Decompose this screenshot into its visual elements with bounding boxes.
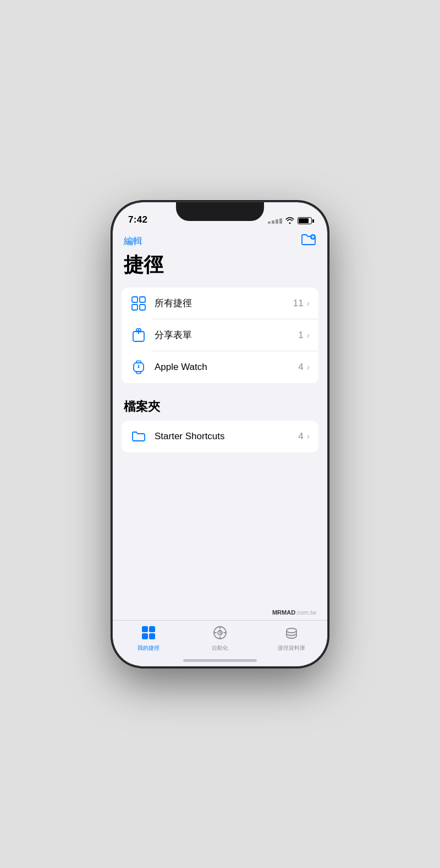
tab-my-shortcuts-label: 我的捷徑 — [138, 645, 160, 651]
nav-bar: 編輯 — [113, 229, 327, 252]
svg-rect-6 — [140, 305, 145, 310]
status-time: 7:42 — [128, 214, 147, 225]
watermark: MRMAD.com.tw — [113, 607, 327, 620]
folders-section: Starter Shortcuts 4 › — [122, 421, 318, 452]
apple-watch-chevron: › — [307, 362, 310, 372]
apple-watch-item[interactable]: Apple Watch 4 › — [122, 351, 318, 383]
svg-rect-5 — [132, 305, 138, 310]
all-shortcuts-count: 11 — [293, 298, 304, 309]
tab-automation[interactable]: 自動化 — [184, 625, 256, 651]
svg-rect-3 — [132, 297, 138, 302]
svg-rect-13 — [149, 633, 155, 639]
starter-shortcuts-count: 4 — [298, 431, 303, 442]
share-list-count: 1 — [298, 330, 303, 341]
spacer — [113, 463, 327, 607]
wifi-icon — [285, 217, 294, 225]
starter-shortcuts-label: Starter Shortcuts — [155, 431, 298, 442]
shortcuts-section: 所有捷徑 11 › 分享表單 1 — [122, 288, 318, 383]
all-shortcuts-chevron: › — [307, 298, 310, 308]
notch — [176, 202, 264, 221]
starter-shortcuts-icon — [130, 428, 147, 445]
share-list-item[interactable]: 分享表單 1 › — [122, 319, 318, 351]
tab-gallery-label: 捷徑資料庫 — [278, 645, 305, 651]
watermark-suffix: .com.tw — [295, 609, 316, 616]
tab-my-shortcuts[interactable]: 我的捷徑 — [113, 625, 184, 651]
battery-icon — [298, 217, 312, 224]
automation-tab-icon — [212, 625, 228, 643]
edit-button[interactable]: 編輯 — [124, 235, 142, 247]
share-list-icon — [130, 327, 147, 344]
svg-rect-10 — [142, 626, 148, 632]
svg-rect-11 — [149, 626, 155, 632]
app-content: 編輯 捷徑 — [113, 229, 327, 620]
tab-gallery[interactable]: 捷徑資料庫 — [256, 625, 327, 651]
tab-automation-label: 自動化 — [212, 645, 228, 651]
all-shortcuts-label: 所有捷徑 — [155, 297, 293, 309]
home-indicator — [183, 659, 257, 662]
starter-shortcuts-item[interactable]: Starter Shortcuts 4 › — [122, 421, 318, 452]
share-list-chevron: › — [307, 330, 310, 340]
apple-watch-label: Apple Watch — [155, 362, 298, 373]
apple-watch-icon — [130, 359, 147, 375]
phone-screen: 7:42 — [113, 202, 327, 666]
add-folder-button[interactable] — [301, 233, 316, 250]
svg-rect-12 — [142, 633, 148, 639]
page-title: 捷徑 — [113, 252, 327, 288]
my-shortcuts-tab-icon — [141, 625, 156, 643]
svg-point-16 — [287, 628, 296, 633]
gallery-tab-icon — [284, 625, 299, 643]
signal-icon — [268, 218, 282, 224]
apple-watch-count: 4 — [298, 362, 303, 373]
folders-section-header: 檔案夾 — [113, 394, 327, 421]
all-shortcuts-item[interactable]: 所有捷徑 11 › — [122, 288, 318, 319]
starter-shortcuts-chevron: › — [307, 432, 310, 441]
watermark-brand: MRMAD — [272, 609, 295, 616]
status-icons — [268, 217, 312, 225]
tab-bar: 我的捷徑 自動化 — [113, 620, 327, 666]
share-list-label: 分享表單 — [155, 329, 298, 341]
phone-frame: 7:42 — [113, 202, 327, 666]
svg-rect-4 — [140, 297, 145, 302]
all-shortcuts-icon — [130, 295, 147, 312]
